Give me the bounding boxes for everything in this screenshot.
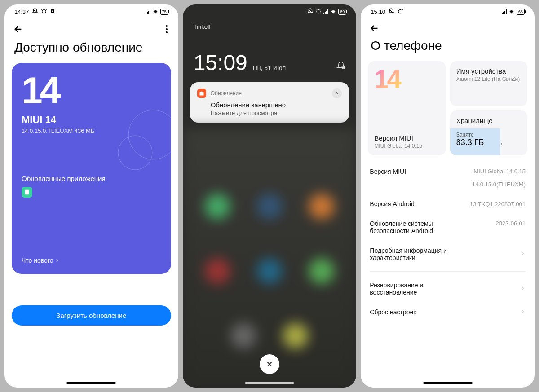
storage-used-value: 83.3 ГБ — [456, 138, 484, 147]
battery-indicator: 75 — [160, 9, 168, 15]
page-title: О телефоне — [361, 35, 535, 61]
whats-new-link[interactable]: Что нового — [22, 257, 161, 264]
page-title: Доступно обновление — [4, 37, 178, 63]
chevron-right-icon — [520, 251, 526, 258]
signal-icon — [146, 9, 150, 14]
phone-about: 15:10 68 О телефоне 14 Версия MIUI — [361, 4, 535, 388]
phone-lockscreen: 69 Tinkoff 15:09 Пн, 31 Июл Обновление О… — [183, 4, 357, 388]
tile-miui-version[interactable]: 14 Версия MIUI MIUI Global 14.0.15 — [368, 61, 445, 155]
miui-logo: 14 — [374, 67, 439, 91]
row-backup-restore[interactable]: Резервирование и восстановление — [370, 271, 526, 302]
wifi-icon — [508, 9, 515, 15]
download-update-button[interactable]: Загрузить обновление — [12, 305, 171, 326]
signal-icon — [323, 9, 328, 14]
alarm-icon — [41, 8, 47, 16]
dnd-icon — [388, 8, 394, 16]
back-button[interactable] — [370, 23, 380, 33]
blurred-homescreen — [183, 129, 357, 388]
update-app-icon — [197, 89, 206, 98]
tile-device-name[interactable]: Имя устройства Xiaomi 12 Lite (На СвяZи) — [450, 61, 527, 106]
updated-app-icon — [22, 187, 32, 198]
download-icon — [50, 9, 55, 15]
tile-storage[interactable]: Хранилище Занято 83.3 ГБ/128 ГБ — [450, 110, 527, 155]
wifi-icon — [152, 9, 159, 15]
status-time: 14:37 — [14, 9, 29, 15]
decorative-circles — [113, 108, 171, 180]
svg-point-7 — [398, 9, 402, 13]
tile-sublabel: Xiaomi 12 Lite (На СвяZи) — [456, 76, 521, 82]
tile-sublabel: MIUI Global 14.0.15 — [374, 143, 439, 149]
chevron-right-icon — [520, 308, 526, 316]
notification-card[interactable]: Обновление Обновление завершено Нажмите … — [190, 82, 349, 123]
notification-app-name: Обновление — [211, 90, 242, 97]
svg-point-2 — [128, 110, 171, 159]
svg-rect-4 — [25, 189, 29, 194]
phone-update-available: 14:37 75 Доступно обновление — [4, 4, 178, 388]
status-bar: 69 — [183, 4, 357, 19]
notification-body: Нажмите для просмотра. — [211, 110, 342, 116]
row-factory-reset[interactable]: Сброс настроек — [370, 302, 526, 322]
tile-label: Версия MIUI — [374, 134, 439, 142]
status-bar: 14:37 75 — [4, 4, 178, 19]
home-indicator[interactable] — [245, 382, 294, 384]
row-android-version[interactable]: Версия Android 13 TKQ1.220807.001 — [370, 194, 526, 214]
dnd-icon — [32, 8, 38, 16]
home-indicator[interactable] — [423, 382, 473, 384]
storage-used-label: Занято — [456, 132, 521, 138]
alarm-icon — [397, 8, 403, 16]
row-miui-version[interactable]: Версия MIUI MIUI Global 14.0.15 14.0.15.… — [370, 162, 526, 194]
miui-logo: 14 — [22, 74, 161, 108]
back-button[interactable] — [13, 24, 23, 34]
update-card: 14 MIUI 14 14.0.15.0.TLIEUXM 436 МБ Обно… — [12, 63, 171, 274]
close-notifications-button[interactable] — [260, 354, 279, 374]
signal-icon — [502, 9, 507, 14]
miui-version: 14.0.15.0.TLIEUXM 436 МБ — [22, 128, 161, 134]
tile-label: Имя устройства — [456, 67, 521, 75]
svg-point-3 — [118, 136, 152, 170]
svg-point-5 — [317, 9, 320, 13]
status-bar: 15:10 68 — [361, 4, 535, 19]
carrier-label: Tinkoff — [194, 23, 211, 30]
battery-indicator: 68 — [517, 9, 525, 15]
dnd-icon — [307, 8, 314, 16]
chevron-right-icon — [520, 285, 526, 292]
lockscreen-date: Пн, 31 Июл — [253, 64, 286, 71]
more-menu-button[interactable] — [164, 23, 169, 35]
status-time: 15:10 — [371, 9, 385, 15]
expand-notification-button[interactable] — [332, 88, 342, 98]
wifi-icon — [330, 9, 336, 15]
lockscreen-time: 15:09 — [194, 50, 247, 75]
tile-label: Хранилище — [456, 117, 521, 124]
notification-settings-icon[interactable] — [336, 61, 345, 72]
home-indicator[interactable] — [66, 382, 116, 384]
close-icon — [265, 360, 274, 368]
row-security-patch[interactable]: Обновление системы безопасности Android … — [370, 214, 526, 241]
notification-title: Обновление завершено — [211, 101, 342, 109]
chevron-right-icon — [55, 258, 59, 263]
alarm-icon — [315, 8, 322, 16]
battery-indicator: 69 — [338, 9, 346, 15]
row-detailed-info[interactable]: Подробная информация и характеристики — [370, 241, 526, 268]
